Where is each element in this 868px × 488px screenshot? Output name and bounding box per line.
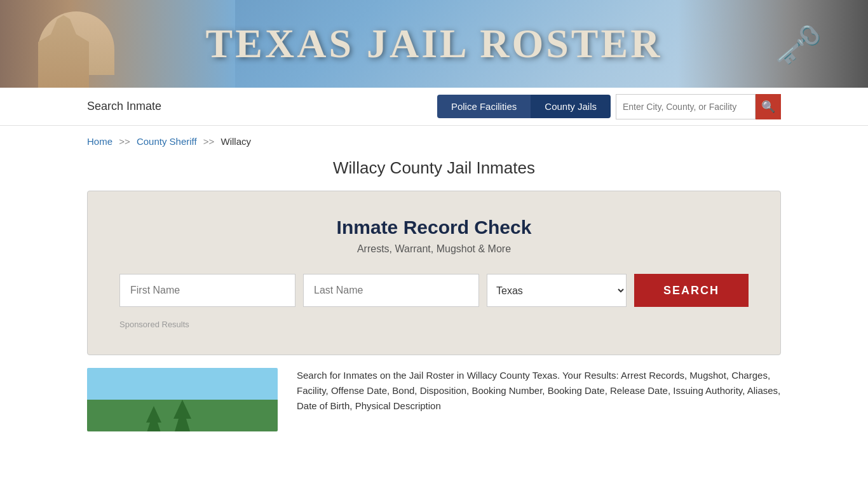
breadcrumb: Home >> County Sheriff >> Willacy xyxy=(0,126,868,152)
record-check-title: Inmate Record Check xyxy=(119,217,749,238)
state-select[interactable]: AlabamaAlaskaArizonaArkansasCaliforniaCo… xyxy=(487,274,627,307)
search-icon: 🔍 xyxy=(761,100,775,114)
tree-shape-2 xyxy=(144,406,163,431)
facility-search-container: 🔍 xyxy=(616,94,781,119)
first-name-input[interactable] xyxy=(119,274,295,307)
nav-bar: Search Inmate Police Facilities County J… xyxy=(0,88,868,126)
breadcrumb-current: Willacy xyxy=(221,136,252,147)
site-title: Texas Jail Roster xyxy=(206,20,663,67)
keys-icon: 🗝️ xyxy=(735,6,862,83)
sponsored-label: Sponsored Results xyxy=(119,320,749,329)
bottom-image xyxy=(87,368,278,431)
county-jails-button[interactable]: County Jails xyxy=(531,95,611,118)
search-button[interactable]: SEARCH xyxy=(634,274,749,307)
breadcrumb-sep-1: >> xyxy=(119,136,130,147)
last-name-input[interactable] xyxy=(303,274,479,307)
search-inmate-label: Search Inmate xyxy=(87,100,437,113)
breadcrumb-sep-2: >> xyxy=(203,136,215,147)
record-check-subtitle: Arrests, Warrant, Mugshot & More xyxy=(119,243,749,255)
banner-left xyxy=(0,0,235,88)
breadcrumb-home[interactable]: Home xyxy=(87,136,112,147)
search-form: AlabamaAlaskaArizonaArkansasCaliforniaCo… xyxy=(119,274,749,307)
banner-right: 🗝️ xyxy=(677,0,868,88)
facility-search-button[interactable]: 🔍 xyxy=(756,94,781,119)
facility-search-input[interactable] xyxy=(616,94,756,119)
bottom-description: Search for Inmates on the Jail Roster in… xyxy=(297,368,781,431)
page-title: Willacy County Jail Inmates xyxy=(0,158,868,178)
police-facilities-button[interactable]: Police Facilities xyxy=(437,95,531,118)
record-check-box: Inmate Record Check Arrests, Warrant, Mu… xyxy=(87,191,781,355)
header-banner: Texas Jail Roster 🗝️ xyxy=(0,0,868,88)
bottom-section: Search for Inmates on the Jail Roster in… xyxy=(0,368,868,431)
nav-buttons: Police Facilities County Jails xyxy=(437,95,611,118)
breadcrumb-county-sheriff[interactable]: County Sheriff xyxy=(137,136,197,147)
tree-shape-1 xyxy=(170,400,195,431)
